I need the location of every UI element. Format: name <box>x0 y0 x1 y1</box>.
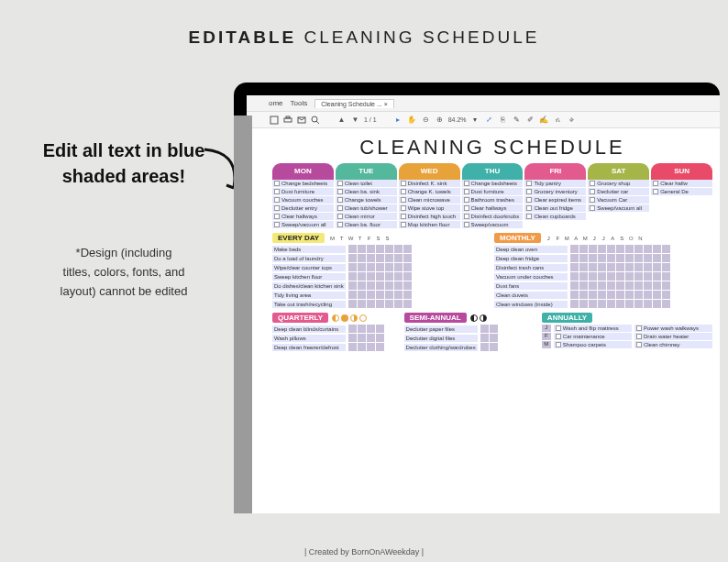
check-cell[interactable] <box>616 291 624 299</box>
task-item[interactable]: Clear expired items <box>524 196 586 204</box>
check-cell[interactable] <box>376 300 384 308</box>
checkbox[interactable] <box>590 189 595 194</box>
check-cell[interactable] <box>644 254 652 262</box>
print-icon[interactable] <box>282 115 292 125</box>
check-cell[interactable] <box>394 245 403 253</box>
hand-icon[interactable]: ✋ <box>407 115 417 125</box>
check-cell[interactable] <box>348 291 357 299</box>
check-cell[interactable] <box>662 254 670 262</box>
task-item[interactable]: Change towels <box>336 196 397 204</box>
search-icon[interactable] <box>310 115 320 125</box>
checkbox[interactable] <box>653 181 658 186</box>
task-item[interactable]: Bathroom trashes <box>462 196 524 204</box>
check-cell[interactable] <box>367 300 375 308</box>
check-cell[interactable] <box>625 272 634 281</box>
check-cell[interactable] <box>616 263 624 271</box>
check-cell[interactable] <box>348 281 357 290</box>
check-cell[interactable] <box>634 300 643 308</box>
task-item[interactable]: Clean cupboards <box>524 213 586 221</box>
comment-icon[interactable]: ✎ <box>512 115 522 125</box>
check-cell[interactable] <box>385 281 393 290</box>
checkbox[interactable] <box>274 205 280 211</box>
check-cell[interactable] <box>598 272 606 281</box>
check-cell[interactable] <box>625 254 634 262</box>
check-cell[interactable] <box>634 291 643 299</box>
check-cell[interactable] <box>385 300 393 308</box>
check-cell[interactable] <box>625 300 634 308</box>
checkbox[interactable] <box>464 205 469 211</box>
checkbox[interactable] <box>401 205 406 211</box>
checkbox[interactable] <box>337 181 343 186</box>
task-item[interactable]: General De <box>651 188 712 196</box>
check-cell[interactable] <box>358 343 366 351</box>
cursor-icon[interactable]: ▸ <box>393 115 403 125</box>
check-cell[interactable] <box>625 245 634 253</box>
task-item[interactable]: Wipe stove top <box>399 204 460 213</box>
check-cell[interactable] <box>376 263 384 271</box>
check-cell[interactable] <box>579 263 588 271</box>
check-cell[interactable] <box>358 263 366 271</box>
task-item[interactable]: Sweep/vacuum all <box>272 221 334 229</box>
home-tab[interactable]: ome <box>269 99 283 107</box>
check-cell[interactable] <box>367 254 375 262</box>
check-cell[interactable] <box>598 254 606 262</box>
check-cell[interactable] <box>570 291 579 299</box>
task-name[interactable]: Deep clean blinds/curtains <box>272 325 346 333</box>
check-cell[interactable] <box>589 291 597 299</box>
check-cell[interactable] <box>403 272 412 281</box>
check-cell[interactable] <box>579 281 588 290</box>
check-cell[interactable] <box>579 272 588 281</box>
check-cell[interactable] <box>598 300 606 308</box>
task-name[interactable]: Do a load of laundry <box>272 255 346 262</box>
task-name[interactable]: Declutter digital files <box>404 335 478 342</box>
check-cell[interactable] <box>570 245 579 253</box>
checkbox[interactable] <box>274 222 280 227</box>
check-cell[interactable] <box>625 263 634 271</box>
check-cell[interactable] <box>662 291 670 299</box>
check-cell[interactable] <box>367 272 375 281</box>
task-item[interactable]: Disinfect high touch <box>399 213 460 221</box>
checkbox[interactable] <box>464 197 469 203</box>
check-cell[interactable] <box>376 334 384 342</box>
check-cell[interactable] <box>376 281 384 290</box>
check-cell[interactable] <box>385 263 393 271</box>
checkbox[interactable] <box>337 197 343 203</box>
check-cell[interactable] <box>607 281 615 290</box>
check-cell[interactable] <box>358 281 366 290</box>
zoom-in-icon[interactable]: ⊕ <box>435 115 445 125</box>
task-item[interactable]: Grocery shop <box>588 180 649 188</box>
checkbox[interactable] <box>590 181 595 186</box>
tools-tab[interactable]: Tools <box>291 99 308 107</box>
fit-icon[interactable]: ⤢ <box>484 115 494 125</box>
check-cell[interactable] <box>634 272 643 281</box>
annual-task[interactable]: Car maintenance <box>554 333 632 340</box>
checkbox[interactable] <box>337 222 343 227</box>
check-cell[interactable] <box>385 254 393 262</box>
check-cell[interactable] <box>376 272 384 281</box>
annual-task[interactable]: Drain water heater <box>634 333 712 340</box>
check-cell[interactable] <box>367 325 375 333</box>
checkbox[interactable] <box>464 189 469 194</box>
check-cell[interactable] <box>634 245 643 253</box>
check-cell[interactable] <box>570 281 579 290</box>
check-cell[interactable] <box>480 343 489 351</box>
check-cell[interactable] <box>607 300 615 308</box>
check-cell[interactable] <box>589 300 597 308</box>
checkbox[interactable] <box>337 214 343 219</box>
task-name[interactable]: Wipe/clear counter tops <box>272 264 346 271</box>
task-item[interactable]: Change bedsheets <box>272 180 334 188</box>
task-name[interactable]: Deep clean fridge <box>494 255 568 262</box>
check-cell[interactable] <box>662 272 670 281</box>
task-item[interactable]: Dust furniture <box>462 188 524 196</box>
check-cell[interactable] <box>589 254 597 262</box>
check-cell[interactable] <box>644 281 652 290</box>
task-name[interactable]: Make beds <box>272 246 346 253</box>
task-item[interactable]: Declutter car <box>588 188 649 196</box>
check-cell[interactable] <box>570 272 579 281</box>
check-cell[interactable] <box>480 334 489 342</box>
check-cell[interactable] <box>579 300 588 308</box>
check-cell[interactable] <box>607 291 615 299</box>
check-cell[interactable] <box>616 272 624 281</box>
check-cell[interactable] <box>348 334 357 342</box>
task-item[interactable]: Grocery inventory <box>524 188 586 196</box>
